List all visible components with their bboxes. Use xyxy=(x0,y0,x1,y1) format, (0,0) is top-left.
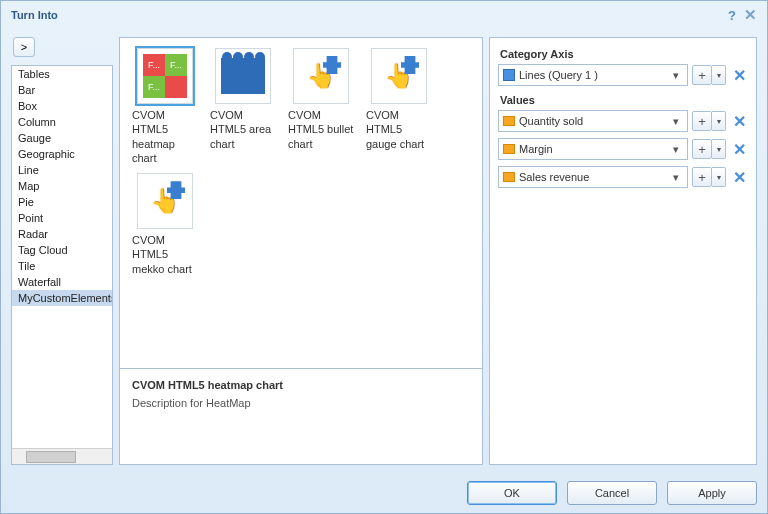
value-combo[interactable]: Quantity sold▾ xyxy=(498,110,688,132)
add-value-dropdown[interactable]: ▾ xyxy=(712,111,726,131)
add-value-button[interactable]: + xyxy=(692,139,712,159)
chevron-down-icon: ▾ xyxy=(669,115,683,128)
cancel-button[interactable]: Cancel xyxy=(567,481,657,505)
chart-item-label: CVOM HTML5 mekko chart xyxy=(130,233,200,276)
dialog-footer: OK Cancel Apply xyxy=(467,481,757,505)
chart-item[interactable]: F...F...F...CVOM HTML5 heatmap chart xyxy=(128,46,202,167)
add-value-button[interactable]: + xyxy=(692,167,712,187)
help-icon[interactable]: ? xyxy=(728,8,736,23)
add-value-dropdown[interactable]: ▾ xyxy=(712,139,726,159)
expand-button[interactable]: > xyxy=(13,37,35,57)
description-title: CVOM HTML5 heatmap chart xyxy=(132,379,470,391)
measure-icon xyxy=(503,144,515,154)
value-combo[interactable]: Sales revenue▾ xyxy=(498,166,688,188)
puzzle-icon: 👆 xyxy=(137,173,193,229)
category-axis-label: Category Axis xyxy=(500,48,748,60)
measure-icon xyxy=(503,116,515,126)
add-category-dropdown[interactable]: ▾ xyxy=(712,65,726,85)
sidebar-item[interactable]: Point xyxy=(12,210,112,226)
add-value-button[interactable]: + xyxy=(692,111,712,131)
value-combo-text: Margin xyxy=(519,143,669,155)
sidebar-item[interactable]: Gauge xyxy=(12,130,112,146)
sidebar-item[interactable]: Box xyxy=(12,98,112,114)
close-icon[interactable]: ✕ xyxy=(744,6,757,24)
measure-icon xyxy=(503,172,515,182)
titlebar: Turn Into ? ✕ xyxy=(1,1,767,29)
sidebar-item[interactable]: Geographic xyxy=(12,146,112,162)
chart-item[interactable]: CVOM HTML5 area chart xyxy=(206,46,280,167)
remove-category-button[interactable]: ✕ xyxy=(730,66,748,85)
sidebar-item[interactable]: Tile xyxy=(12,258,112,274)
category-sidebar: TablesBarBoxColumnGaugeGeographicLineMap… xyxy=(11,65,113,465)
chart-item-label: CVOM HTML5 bullet chart xyxy=(286,108,356,151)
chart-item[interactable]: 👆CVOM HTML5 bullet chart xyxy=(284,46,358,167)
remove-value-button[interactable]: ✕ xyxy=(730,168,748,187)
chevron-down-icon: ▾ xyxy=(669,171,683,184)
puzzle-icon: 👆 xyxy=(293,48,349,104)
value-combo-text: Sales revenue xyxy=(519,171,669,183)
value-combo[interactable]: Margin▾ xyxy=(498,138,688,160)
apply-button[interactable]: Apply xyxy=(667,481,757,505)
sidebar-scrollbar[interactable] xyxy=(12,448,112,464)
chart-item-label: CVOM HTML5 heatmap chart xyxy=(130,108,200,165)
chart-item-label: CVOM HTML5 area chart xyxy=(208,108,278,151)
description-panel: CVOM HTML5 heatmap chart Description for… xyxy=(120,368,482,464)
chart-panel: F...F...F...CVOM HTML5 heatmap chartCVOM… xyxy=(119,37,483,465)
sidebar-item[interactable]: Bar xyxy=(12,82,112,98)
chevron-down-icon: ▾ xyxy=(669,69,683,82)
value-combo-text: Quantity sold xyxy=(519,115,669,127)
turn-into-dialog: Turn Into ? ✕ > TablesBarBoxColumnGaugeG… xyxy=(0,0,768,514)
chart-item-label: CVOM HTML5 gauge chart xyxy=(364,108,434,151)
sidebar-item[interactable]: Pie xyxy=(12,194,112,210)
config-panel: Category Axis Lines (Query 1 ) ▾ + ▾ ✕ V… xyxy=(489,37,757,465)
sidebar-item[interactable]: Map xyxy=(12,178,112,194)
remove-value-button[interactable]: ✕ xyxy=(730,112,748,131)
values-label: Values xyxy=(500,94,748,106)
category-axis-value: Lines (Query 1 ) xyxy=(519,69,669,81)
add-value-dropdown[interactable]: ▾ xyxy=(712,167,726,187)
description-text: Description for HeatMap xyxy=(132,397,470,409)
area-icon xyxy=(215,48,271,104)
dimension-icon xyxy=(503,69,515,81)
sidebar-item[interactable]: Column xyxy=(12,114,112,130)
sidebar-item[interactable]: Line xyxy=(12,162,112,178)
category-axis-combo[interactable]: Lines (Query 1 ) ▾ xyxy=(498,64,688,86)
sidebar-item[interactable]: Tables xyxy=(12,66,112,82)
sidebar-item[interactable]: MyCustomElements xyxy=(12,290,112,306)
chart-item[interactable]: 👆CVOM HTML5 mekko chart xyxy=(128,171,202,278)
remove-value-button[interactable]: ✕ xyxy=(730,140,748,159)
ok-button[interactable]: OK xyxy=(467,481,557,505)
sidebar-item[interactable]: Tag Cloud xyxy=(12,242,112,258)
add-category-button[interactable]: + xyxy=(692,65,712,85)
heatmap-icon: F...F...F... xyxy=(137,48,193,104)
chart-item[interactable]: 👆CVOM HTML5 gauge chart xyxy=(362,46,436,167)
sidebar-item[interactable]: Radar xyxy=(12,226,112,242)
sidebar-item[interactable]: Waterfall xyxy=(12,274,112,290)
dialog-title: Turn Into xyxy=(11,9,58,21)
puzzle-icon: 👆 xyxy=(371,48,427,104)
chevron-down-icon: ▾ xyxy=(669,143,683,156)
